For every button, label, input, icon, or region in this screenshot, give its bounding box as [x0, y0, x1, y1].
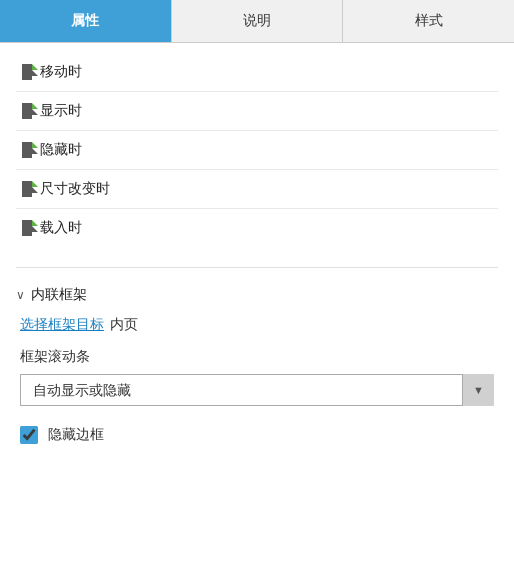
section-inline-frame-header: ∨ 内联框架 [16, 276, 498, 312]
tab-description[interactable]: 说明 [172, 0, 344, 42]
tab-bar: 属性 说明 样式 [0, 0, 514, 43]
svg-marker-6 [22, 181, 38, 197]
event-item-move[interactable]: 移动时 [16, 53, 498, 92]
main-container: 属性 说明 样式 移动时 [0, 0, 514, 576]
svg-marker-5 [32, 142, 38, 148]
frame-target-row: 选择框架目标 内页 [16, 312, 498, 342]
scrollbar-dropdown[interactable]: 自动显示或隐藏 始终显示 从不显示 [20, 374, 494, 406]
tab-properties[interactable]: 属性 [0, 0, 172, 42]
svg-marker-0 [22, 64, 38, 80]
event-label-resize: 尺寸改变时 [40, 180, 110, 198]
event-icon-show [20, 101, 40, 121]
hide-border-label: 隐藏边框 [48, 426, 104, 444]
chevron-down-icon: ∨ [16, 288, 25, 302]
svg-marker-9 [32, 220, 38, 226]
svg-marker-2 [22, 103, 38, 119]
event-icon-load [20, 218, 40, 238]
section-divider [16, 267, 498, 268]
event-item-load[interactable]: 载入时 [16, 209, 498, 247]
event-icon-move [20, 62, 40, 82]
section-inline-frame-label: 内联框架 [31, 286, 87, 304]
event-icon-hide [20, 140, 40, 160]
inner-page-label: 内页 [110, 316, 138, 334]
event-label-show: 显示时 [40, 102, 82, 120]
svg-marker-7 [32, 181, 38, 187]
hide-border-row: 隐藏边框 [16, 418, 498, 452]
event-label-move: 移动时 [40, 63, 82, 81]
event-item-hide[interactable]: 隐藏时 [16, 131, 498, 170]
tab-style[interactable]: 样式 [343, 0, 514, 42]
scrollbar-dropdown-wrapper: 自动显示或隐藏 始终显示 从不显示 [20, 374, 494, 406]
event-icon-resize [20, 179, 40, 199]
svg-marker-4 [22, 142, 38, 158]
svg-marker-8 [22, 220, 38, 236]
svg-marker-1 [32, 64, 38, 70]
select-frame-target-link[interactable]: 选择框架目标 [20, 316, 104, 334]
content-area: 移动时 显示时 隐藏时 [0, 43, 514, 576]
event-label-load: 载入时 [40, 219, 82, 237]
event-list: 移动时 显示时 隐藏时 [16, 53, 498, 247]
event-item-show[interactable]: 显示时 [16, 92, 498, 131]
event-label-hide: 隐藏时 [40, 141, 82, 159]
hide-border-checkbox-wrapper [20, 426, 38, 444]
event-item-resize[interactable]: 尺寸改变时 [16, 170, 498, 209]
scrollbar-field-label: 框架滚动条 [16, 342, 498, 370]
svg-marker-3 [32, 103, 38, 109]
hide-border-checkbox[interactable] [20, 426, 38, 444]
